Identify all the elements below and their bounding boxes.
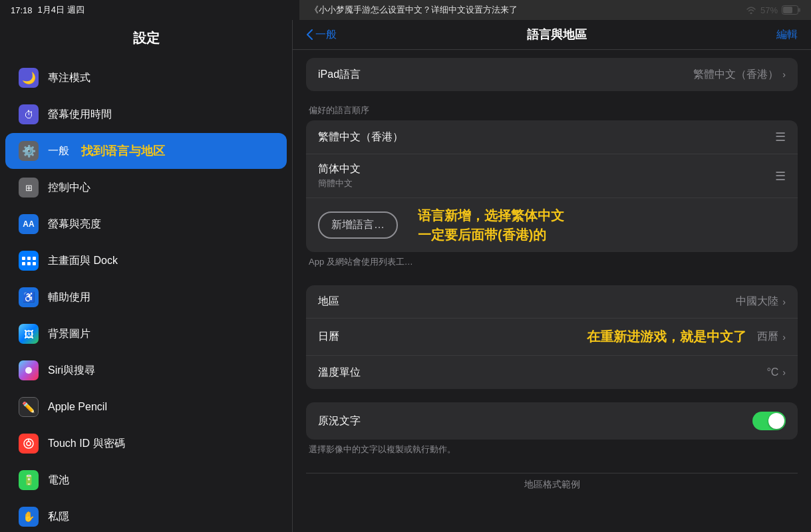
applepencil-icon: ✏️ bbox=[19, 397, 39, 417]
nav-back-label: 一般 bbox=[315, 28, 337, 42]
sidebar-item-accessibility[interactable]: ♿ 輔助使用 bbox=[5, 279, 287, 315]
siri-label: Siri與搜尋 bbox=[48, 364, 95, 378]
controlcenter-icon: ⊞ bbox=[19, 178, 39, 198]
sidebar-item-wallpaper[interactable]: 🖼 背景圖片 bbox=[5, 316, 287, 352]
homedock-icon bbox=[19, 251, 39, 271]
sidebar-header: 設定 bbox=[0, 20, 292, 54]
calendar-row[interactable]: 日曆 在重新进游戏，就是中文了 西曆 › bbox=[306, 319, 798, 356]
sidebar-item-applepencil[interactable]: ✏️ Apple Pencil bbox=[5, 389, 287, 425]
wallpaper-icon: 🖼 bbox=[19, 324, 39, 344]
general-icon: ⚙️ bbox=[19, 141, 39, 161]
drag-handle-traditional[interactable]: ☰ bbox=[775, 130, 786, 144]
nav-edit-button[interactable]: 編輯 bbox=[776, 28, 798, 42]
screentime-label: 螢幕使用時間 bbox=[48, 108, 112, 122]
status-bar: 17:18 1月4日 週四 57% 《小小梦魇手游怎么设置中文？详细中文设置方法… bbox=[0, 0, 811, 20]
status-time: 17:18 bbox=[11, 5, 33, 15]
region-value: 中國大陸 › bbox=[736, 295, 786, 309]
add-language-row: 新增語言… 语言新增，选择繁体中文 一定要后面带(香港)的 bbox=[306, 198, 798, 252]
calendar-label: 日曆 bbox=[318, 330, 339, 344]
calendar-value: 西曆 › bbox=[757, 330, 786, 344]
drag-handle-simplified[interactable]: ☰ bbox=[775, 169, 786, 184]
content-body: iPad語言 繁體中文（香港） › 偏好的語言順序 繁體中文（香港） ☰ bbox=[293, 50, 811, 532]
battery-sidebar-icon: 🔋 bbox=[19, 470, 39, 490]
focus-icon: 🌙 bbox=[19, 68, 39, 88]
privacy-label: 私隱 bbox=[48, 510, 69, 524]
live-text-label: 原況文字 bbox=[318, 414, 361, 428]
display-label: 螢幕與亮度 bbox=[48, 217, 101, 231]
preferred-languages-footer: App 及網站會使用列表工… bbox=[306, 252, 798, 272]
sidebar-item-focus[interactable]: 🌙 專注模式 bbox=[5, 60, 287, 96]
ipad-language-label: iPad語言 bbox=[318, 68, 361, 82]
region-chevron: › bbox=[782, 297, 786, 307]
svg-point-5 bbox=[27, 442, 31, 446]
siri-icon bbox=[19, 360, 39, 380]
region-calendar-card: 地區 中國大陸 › 日曆 在重新进游戏，就是中文了 西曆 bbox=[306, 285, 798, 389]
temperature-chevron: › bbox=[782, 367, 786, 378]
ipad-language-value: 繁體中文（香港） › bbox=[693, 68, 786, 82]
live-text-row[interactable]: 原況文字 bbox=[306, 402, 798, 440]
section-ipad-language: iPad語言 繁體中文（香港） › bbox=[306, 58, 798, 91]
add-language-button[interactable]: 新增語言… bbox=[318, 211, 398, 239]
simplified-chinese-sublabel: 簡體中文 bbox=[318, 178, 361, 190]
general-annotation: 找到语言与地区 bbox=[81, 143, 165, 159]
sidebar-item-display[interactable]: AA 螢幕與亮度 bbox=[5, 206, 287, 242]
traditional-chinese-row[interactable]: 繁體中文（香港） ☰ bbox=[306, 120, 798, 154]
content-nav: 一般 語言與地區 編輯 bbox=[293, 20, 811, 50]
temperature-value: °C › bbox=[766, 366, 786, 378]
controlcenter-label: 控制中心 bbox=[48, 181, 90, 195]
overlay-title: 《小小梦魇手游怎么设置中文？详细中文设置方法来了 bbox=[299, 0, 811, 20]
sidebar-item-controlcenter[interactable]: ⊞ 控制中心 bbox=[5, 170, 287, 205]
touchid-label: Touch ID 與密碼 bbox=[48, 437, 125, 451]
live-text-toggle[interactable] bbox=[752, 412, 786, 430]
main-layout: 設定 🌙 專注模式 ⏱ 螢幕使用時間 ⚙️ 一般 找到语言与地区 ⊞ 控 bbox=[0, 20, 811, 532]
region-label: 地區 bbox=[318, 295, 339, 309]
sidebar-item-general[interactable]: ⚙️ 一般 找到语言与地区 bbox=[5, 133, 287, 169]
privacy-icon: ✋ bbox=[19, 507, 39, 527]
sidebar-item-screentime[interactable]: ⏱ 螢幕使用時間 bbox=[5, 96, 287, 132]
ipad-language-chevron: › bbox=[782, 69, 786, 80]
focus-label: 專注模式 bbox=[48, 71, 90, 85]
sidebar-item-homedock[interactable]: 主畫面與 Dock bbox=[5, 243, 287, 279]
section-preferred-languages: 偏好的語言順序 繁體中文（香港） ☰ 简体中文 簡體中文 bbox=[306, 104, 798, 272]
sidebar-item-battery[interactable]: 🔋 電池 bbox=[5, 462, 287, 498]
ipad-language-card: iPad語言 繁體中文（香港） › bbox=[306, 58, 798, 91]
touchid-icon bbox=[19, 434, 39, 454]
sidebar-items: 🌙 專注模式 ⏱ 螢幕使用時間 ⚙️ 一般 找到语言与地区 ⊞ 控制中心 AA bbox=[0, 54, 292, 532]
temperature-row[interactable]: 溫度單位 °C › bbox=[306, 356, 798, 389]
accessibility-label: 輔助使用 bbox=[48, 291, 90, 305]
live-text-footer: 選擇影像中的文字以複製或執行動作。 bbox=[306, 440, 798, 460]
screentime-icon: ⏱ bbox=[19, 104, 39, 124]
nav-title: 語言與地區 bbox=[527, 27, 587, 43]
svg-point-3 bbox=[25, 367, 32, 374]
live-text-card: 原況文字 bbox=[306, 402, 798, 440]
accessibility-icon: ♿ bbox=[19, 287, 39, 307]
general-label: 一般 bbox=[48, 144, 69, 158]
sidebar: 設定 🌙 專注模式 ⏱ 螢幕使用時間 ⚙️ 一般 找到语言与地区 ⊞ 控 bbox=[0, 20, 293, 532]
toggle-knob bbox=[768, 413, 784, 429]
battery-label: 電池 bbox=[48, 473, 69, 487]
homedock-label: 主畫面與 Dock bbox=[48, 254, 118, 268]
status-left: 17:18 1月4日 週四 bbox=[11, 4, 84, 16]
region-row[interactable]: 地區 中國大陸 › bbox=[306, 285, 798, 319]
calendar-chevron: › bbox=[782, 332, 786, 342]
annotation-add-language: 语言新增，选择繁体中文 bbox=[418, 207, 564, 225]
section-region-calendar: 地區 中國大陸 › 日曆 在重新进游戏，就是中文了 西曆 bbox=[306, 285, 798, 389]
annotation-reenter: 在重新进游戏，就是中文了 bbox=[587, 328, 746, 346]
content-panel: 一般 語言與地區 編輯 iPad語言 繁體中文（香港） › bbox=[293, 20, 811, 532]
display-icon: AA bbox=[19, 214, 39, 234]
temperature-label: 溫度單位 bbox=[318, 366, 361, 380]
sidebar-item-touchid[interactable]: Touch ID 與密碼 bbox=[5, 426, 287, 462]
simplified-chinese-label: 简体中文 bbox=[318, 162, 361, 176]
sidebar-item-siri[interactable]: Siri與搜尋 bbox=[5, 352, 287, 388]
region-format-label: 地區格式範例 bbox=[306, 473, 798, 496]
preferred-languages-card: 繁體中文（香港） ☰ 简体中文 簡體中文 ☰ bbox=[306, 120, 798, 252]
sidebar-item-privacy[interactable]: ✋ 私隱 bbox=[5, 499, 287, 532]
preferred-languages-section-label: 偏好的語言順序 bbox=[306, 104, 798, 116]
applepencil-label: Apple Pencil bbox=[48, 401, 107, 413]
annotation-add-language2: 一定要后面带(香港)的 bbox=[418, 226, 564, 244]
traditional-chinese-label: 繁體中文（香港） bbox=[318, 130, 403, 144]
simplified-chinese-row[interactable]: 简体中文 簡體中文 ☰ bbox=[306, 154, 798, 198]
status-date: 1月4日 週四 bbox=[38, 4, 84, 16]
nav-back-button[interactable]: 一般 bbox=[306, 28, 337, 42]
ipad-language-row[interactable]: iPad語言 繁體中文（香港） › bbox=[306, 58, 798, 91]
